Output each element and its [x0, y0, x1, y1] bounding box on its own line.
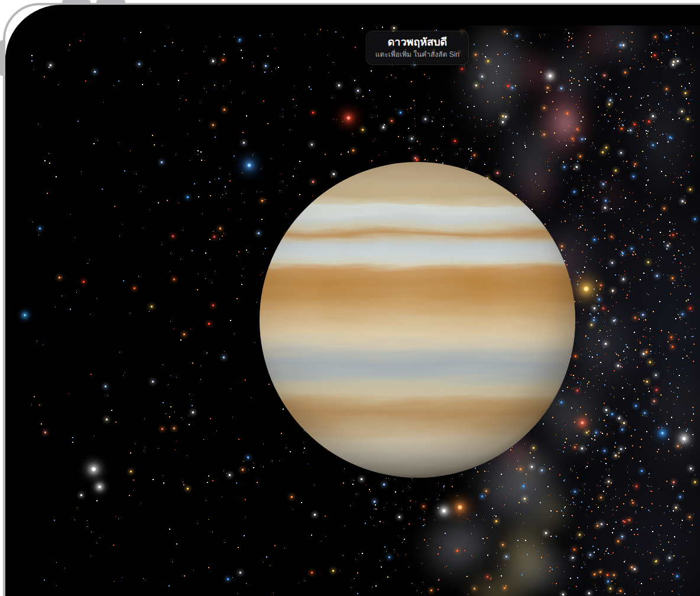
bright-star	[98, 485, 101, 488]
bright-star	[581, 421, 584, 425]
sky-viewport[interactable]: ดาวพฤหัสบดี แตะเพื่อเพิ่ม ในคำสั่งลัด Si…	[5, 25, 700, 596]
bright-star	[24, 314, 26, 316]
bright-star	[458, 505, 462, 510]
bright-star	[661, 432, 664, 435]
planet-jupiter[interactable]	[259, 161, 576, 478]
tooltip-title: ดาวพฤหัสบดี	[375, 35, 459, 49]
bright-star	[247, 163, 251, 167]
bright-star	[442, 509, 446, 513]
top-button	[0, 40, 5, 76]
bright-star	[92, 467, 96, 471]
bright-star	[682, 437, 686, 440]
bright-star	[549, 74, 552, 77]
bright-star	[346, 116, 351, 120]
volume-down-button	[96, 0, 125, 5]
screen: ดาวพฤหัสบดี แตะเพื่อเพิ่ม ในคำสั่งลัด Si…	[5, 5, 700, 596]
tooltip-subtitle: แตะเพื่อเพิ่ม ในคำสั่งลัด Siri	[375, 50, 459, 59]
device-frame: ดาวพฤหัสบดี แตะเพื่อเพิ่ม ในคำสั่งลัด Si…	[0, 0, 700, 596]
siri-shortcut-tooltip[interactable]: ดาวพฤหัสบดี แตะเพื่อเพิ่ม ในคำสั่งลัด Si…	[367, 31, 468, 64]
volume-up-button	[62, 0, 90, 5]
bright-star	[584, 286, 589, 291]
